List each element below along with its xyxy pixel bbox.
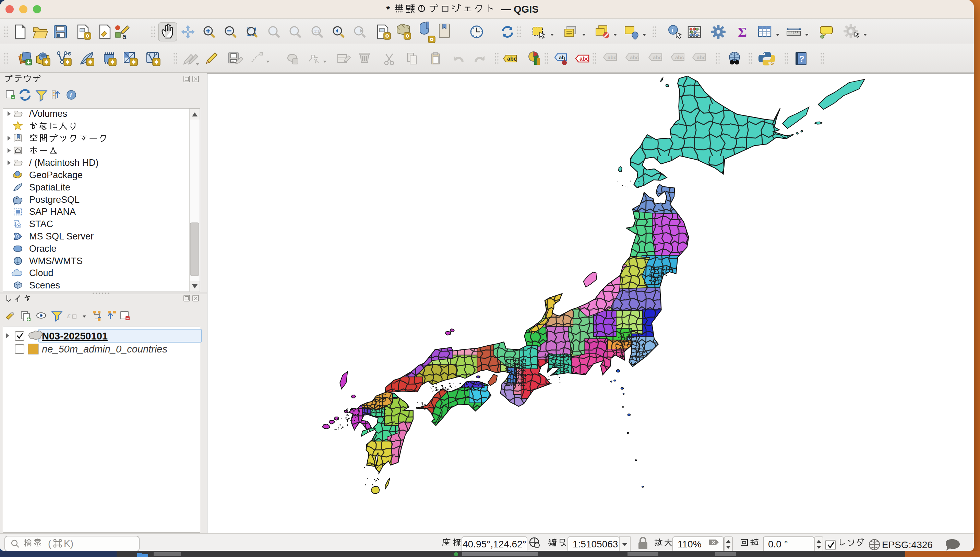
svg-text:EPSG:4326: EPSG:4326	[882, 539, 933, 550]
svg-text:Cloud: Cloud	[29, 268, 54, 278]
svg-text:ne_50m_admin_0_countries: ne_50m_admin_0_countries	[42, 344, 167, 355]
svg-text:Oracle: Oracle	[29, 244, 57, 254]
svg-text:WMS/WMTS: WMS/WMTS	[29, 256, 83, 266]
svg-text:STAC: STAC	[29, 219, 53, 229]
svg-text:/ (Macintosh HD): / (Macintosh HD)	[29, 158, 99, 168]
svg-text:K): K)	[64, 538, 74, 549]
svg-text:MS SQL Server: MS SQL Server	[29, 231, 94, 241]
svg-text:GeoPackage: GeoPackage	[29, 170, 83, 180]
svg-text:110%: 110%	[678, 539, 702, 549]
svg-text:0.0 °: 0.0 °	[768, 539, 788, 549]
svg-text:40.95°,124.62°: 40.95°,124.62°	[462, 539, 526, 549]
svg-text:/Volumes: /Volumes	[29, 109, 67, 119]
svg-text:SpatiaLite: SpatiaLite	[29, 182, 70, 192]
svg-text:1:5105063: 1:5105063	[573, 539, 618, 549]
svg-text:(: (	[48, 538, 51, 549]
svg-text:i: i	[70, 91, 72, 99]
svg-text:ε: ε	[67, 311, 71, 320]
svg-text:PostgreSQL: PostgreSQL	[29, 195, 80, 205]
svg-text:N03-20250101: N03-20250101	[42, 331, 108, 342]
svg-text:SAP HANA: SAP HANA	[29, 207, 76, 217]
svg-text:Scenes: Scenes	[29, 280, 60, 290]
